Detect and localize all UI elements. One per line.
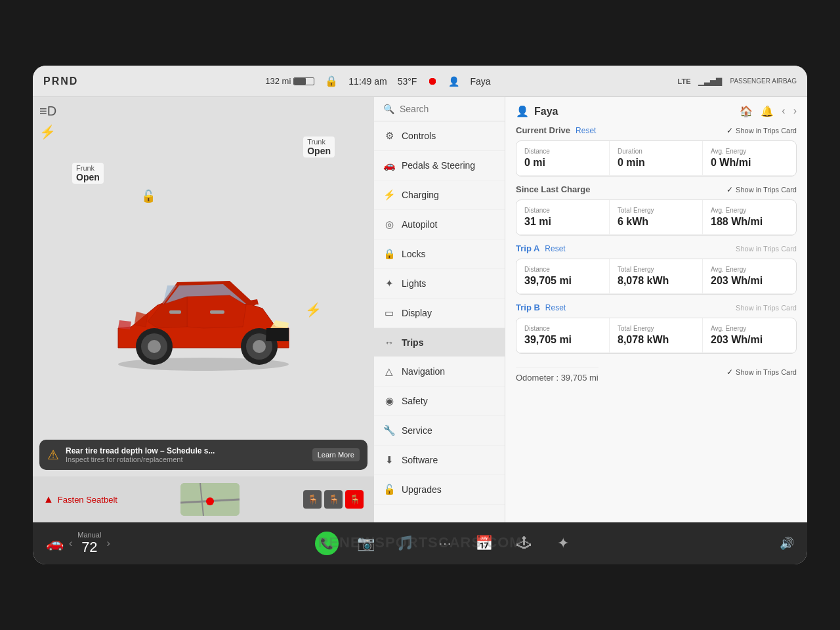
temp-decrease-button[interactable]: ‹ <box>69 537 72 549</box>
slc-distance-value: 31 mi <box>524 216 601 228</box>
status-bar: PRND 132 mi 🔒 11:49 am 53°F ⏺ 👤 Faya LTE… <box>33 66 807 97</box>
ta-avg-energy-cell: Avg. Energy 203 Wh/mi <box>703 259 796 294</box>
menu-item-upgrades[interactable]: 🔓 Upgrades <box>374 475 505 505</box>
menu-item-locks[interactable]: 🔒 Locks <box>374 240 505 269</box>
autopilot-label: Autopilot <box>402 219 437 230</box>
trip-a-show-trips[interactable]: Show in Trips Card <box>736 245 797 253</box>
trip-b-reset[interactable]: Reset <box>545 303 566 312</box>
svg-point-5 <box>253 340 266 353</box>
time-display: 11:49 am <box>348 76 387 87</box>
menu-item-safety[interactable]: ◉ Safety <box>374 387 505 416</box>
odometer-show-trips[interactable]: ✓ Show in Trips Card <box>726 368 797 377</box>
back-icon[interactable]: ‹ <box>782 105 785 117</box>
learn-more-button[interactable]: Learn More <box>312 448 360 461</box>
since-last-charge-stats: Distance 31 mi Total Energy 6 kWh Avg. E… <box>516 200 797 236</box>
prnd-indicator: PRND <box>43 75 78 87</box>
trip-b-section: Trip B Reset Show in Trips Card Distance… <box>516 303 797 354</box>
tb-avg-energy-value: 203 Wh/mi <box>711 334 788 346</box>
seatbelt-text: Fasten Seatbelt <box>58 495 117 505</box>
temperature-display: 53°F <box>398 76 417 87</box>
taskbar-right: 🔊 <box>780 536 794 551</box>
navigation-label: Navigation <box>402 366 445 377</box>
safety-icon: ◉ <box>383 395 395 407</box>
slc-energy-value: 6 kWh <box>618 216 694 228</box>
seat-icon-1[interactable]: 🪑 <box>303 490 322 509</box>
left-bottom-bar: ▲ Fasten Seatbelt 🪑 🪑 🪑 <box>33 476 374 522</box>
volume-icon[interactable]: 🔊 <box>780 536 794 551</box>
navigation-icon: △ <box>383 366 395 377</box>
top-left-icons: ≡D ⚡ <box>39 104 56 140</box>
current-drive-reset[interactable]: Reset <box>576 126 596 135</box>
since-last-charge-header: Since Last Charge ✓ Show in Trips Card <box>516 184 797 194</box>
tb-energy-label: Total Energy <box>618 325 694 332</box>
passenger-airbag-text: PASSENGER AIRBAG <box>730 77 797 85</box>
seat-icon-3[interactable]: 🪑 <box>345 490 364 509</box>
car-icon-bottom[interactable]: 🚗 <box>46 535 64 552</box>
battery-fill <box>294 78 306 85</box>
seat-icon-2[interactable]: 🪑 <box>324 490 343 509</box>
trip-a-section: Trip A Reset Show in Trips Card Distance… <box>516 243 797 295</box>
svg-rect-1 <box>210 310 224 314</box>
trip-a-title: Trip A <box>516 243 539 253</box>
svg-rect-2 <box>169 310 181 314</box>
warning-title: Rear tire tread depth low – Schedule s..… <box>66 446 306 455</box>
slc-energy-cell: Total Energy 6 kWh <box>610 200 703 235</box>
defrost-icon[interactable]: ≡D <box>39 104 56 119</box>
trip-b-title: Trip B <box>516 303 540 312</box>
car-illustration <box>92 243 315 377</box>
tb-avg-energy-label: Avg. Energy <box>711 325 788 332</box>
search-bar[interactable]: 🔍 <box>374 97 505 121</box>
ta-distance-value: 39,705 mi <box>524 275 601 287</box>
menu-item-navigation[interactable]: △ Navigation <box>374 357 505 387</box>
current-duration-value: 0 min <box>618 157 694 169</box>
fan-icon[interactable]: ⚡ <box>39 124 56 140</box>
star-icon: ✦ <box>557 535 569 552</box>
trip-a-reset[interactable]: Reset <box>545 244 565 253</box>
seatbelt-warning: ▲ Fasten Seatbelt <box>43 494 117 505</box>
menu-item-autopilot[interactable]: ◎ Autopilot <box>374 210 505 240</box>
checkmark2-icon: ✓ <box>726 185 733 194</box>
home-icon[interactable]: 🏠 <box>740 105 753 117</box>
seat-icons: 🪑 🪑 🪑 <box>303 490 364 509</box>
trip-b-header: Trip B Reset Show in Trips Card <box>516 303 797 312</box>
tb-distance-value: 39,705 mi <box>524 334 601 346</box>
star-button[interactable]: ✦ <box>551 532 575 555</box>
current-energy-cell: Avg. Energy 0 Wh/mi <box>703 141 796 176</box>
middle-panel: 🔍 ⚙ Controls 🚗 Pedals & Steering ⚡ Charg… <box>374 97 505 522</box>
since-last-charge-title: Since Last Charge <box>516 184 590 194</box>
menu-item-pedals[interactable]: 🚗 Pedals & Steering <box>374 151 505 180</box>
current-drive-show-trips[interactable]: ✓ Show in Trips Card <box>726 126 797 135</box>
trunk-title: Trunk <box>307 138 331 146</box>
ta-energy-label: Total Energy <box>618 266 694 273</box>
since-last-charge-show-trips[interactable]: ✓ Show in Trips Card <box>726 185 797 194</box>
menu-item-charging[interactable]: ⚡ Charging <box>374 180 505 210</box>
menu-item-lights[interactable]: ✦ Lights <box>374 269 505 299</box>
search-input[interactable] <box>400 104 495 114</box>
watermark: RENEWSPORTSCARS.COM <box>318 534 522 551</box>
current-drive-stats: Distance 0 mi Duration 0 min Avg. Energy… <box>516 140 797 177</box>
menu-item-service[interactable]: 🔧 Service <box>374 416 505 446</box>
service-label: Service <box>402 425 432 436</box>
user-name-header: 👤 Faya <box>516 105 558 117</box>
warning-text: Rear tire tread depth low – Schedule s..… <box>66 446 306 463</box>
tb-energy-value: 8,078 kWh <box>618 334 694 346</box>
mini-map[interactable] <box>180 483 240 516</box>
trip-b-show-trips[interactable]: Show in Trips Card <box>736 304 797 312</box>
lock-status-icon: 🔒 <box>325 75 338 87</box>
trip-b-stats: Distance 39,705 mi Total Energy 8,078 kW… <box>516 318 797 354</box>
bell-icon[interactable]: 🔔 <box>761 105 774 117</box>
search-icon: 🔍 <box>383 104 394 114</box>
slc-avg-energy-label: Avg. Energy <box>711 207 788 214</box>
record-icon: ⏺ <box>427 75 438 87</box>
safety-label: Safety <box>402 396 428 406</box>
menu-item-trips[interactable]: ↔ Trips <box>374 328 505 357</box>
menu-item-controls[interactable]: ⚙ Controls <box>374 121 505 151</box>
battery-indicator: 132 mi <box>265 76 314 86</box>
since-last-charge-section: Since Last Charge ✓ Show in Trips Card D… <box>516 184 797 236</box>
menu-item-software[interactable]: ⬇ Software <box>374 446 505 475</box>
pedals-icon: 🚗 <box>383 159 395 171</box>
left-panel: ≡D ⚡ Frunk Open Trunk Open 🔓 ⚡ <box>33 97 374 522</box>
forward-icon[interactable]: › <box>793 105 797 117</box>
battery-bar <box>293 77 314 85</box>
menu-item-display[interactable]: ▭ Display <box>374 299 505 328</box>
